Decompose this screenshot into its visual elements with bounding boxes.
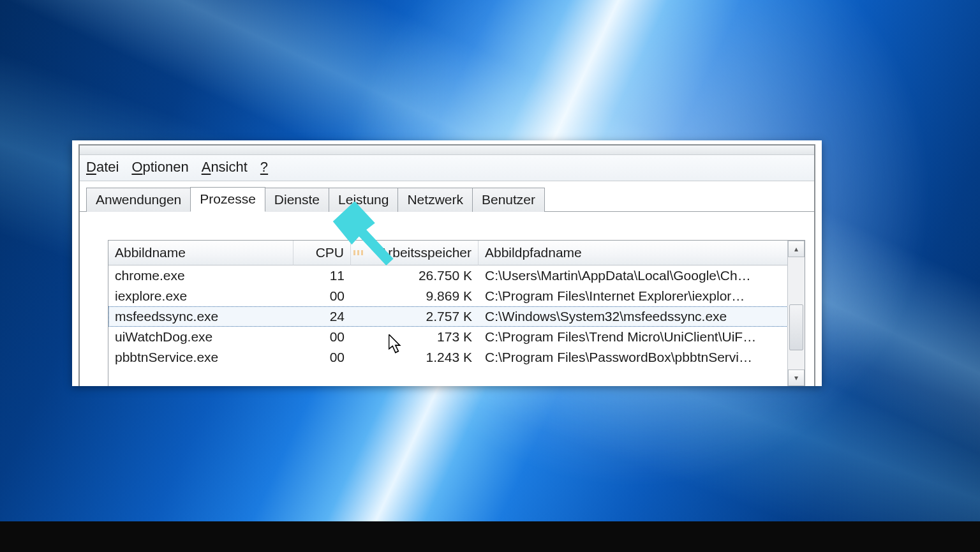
- cell-image-name: iexplore.exe: [108, 286, 293, 306]
- cell-image-path: C:\Users\Martin\AppData\Local\Google\Ch…: [479, 265, 805, 286]
- cell-cpu: 00: [293, 327, 351, 347]
- menubar: Datei Optionen Ansicht ?: [80, 155, 814, 181]
- table-row[interactable]: chrome.exe1126.750 KC:\Users\Martin\AppD…: [108, 265, 805, 286]
- cell-image-name: pbbtnService.exe: [108, 347, 293, 368]
- cell-image-name: uiWatchDog.exe: [108, 327, 293, 347]
- cell-image-path: C:\Program Files\Trend Micro\UniClient\U…: [479, 327, 805, 347]
- table-row[interactable]: iexplore.exe009.869 KC:\Program Files\In…: [108, 286, 805, 306]
- col-image-name[interactable]: Abbildname: [108, 241, 293, 265]
- titlebar[interactable]: [80, 145, 814, 155]
- cell-memory: 26.750 K: [351, 265, 479, 286]
- menu-options[interactable]: Optionen: [131, 159, 188, 175]
- scroll-down-button[interactable]: ▾: [788, 369, 805, 386]
- scroll-up-button[interactable]: ▴: [788, 241, 805, 257]
- cell-cpu: 24: [293, 306, 351, 327]
- vertical-scrollbar[interactable]: ▴ ▾: [787, 241, 805, 386]
- table-row[interactable]: msfeedssync.exe242.757 KC:\Windows\Syste…: [108, 306, 805, 327]
- cell-memory: 9.869 K: [351, 286, 479, 306]
- menu-help[interactable]: ?: [260, 159, 268, 175]
- table-row[interactable]: uiWatchDog.exe00173 KC:\Program Files\Tr…: [108, 327, 805, 347]
- tab-applications[interactable]: Anwendungen: [86, 188, 191, 212]
- menu-file[interactable]: Datei: [86, 159, 119, 175]
- cell-image-name: chrome.exe: [108, 265, 293, 286]
- tab-users[interactable]: Benutzer: [472, 188, 545, 212]
- process-rows: chrome.exe1126.750 KC:\Users\Martin\AppD…: [108, 265, 805, 368]
- cell-cpu: 11: [293, 265, 351, 286]
- taskbar[interactable]: [0, 521, 980, 552]
- cell-cpu: 00: [293, 347, 351, 368]
- tab-network[interactable]: Netzwerk: [397, 188, 473, 212]
- cell-memory: 173 K: [351, 327, 479, 347]
- cell-image-path: C:\Windows\System32\msfeedssync.exe: [479, 306, 805, 327]
- cell-image-path: C:\Program Files\Internet Explorer\iexpl…: [479, 286, 805, 306]
- tab-processes[interactable]: Prozesse: [190, 187, 265, 212]
- tabstrip: Anwendungen Prozesse Dienste Leistung Ne…: [80, 181, 814, 212]
- scroll-thumb[interactable]: [789, 304, 803, 350]
- taskmanager-window: Datei Optionen Ansicht ? Anwendungen Pro…: [72, 140, 822, 386]
- tab-performance[interactable]: Leistung: [329, 188, 398, 212]
- cell-image-name: msfeedssync.exe: [108, 306, 293, 327]
- column-headers: Abbildname CPU Arbeitsspeicher Abbildpfa…: [108, 241, 805, 265]
- col-memory[interactable]: Arbeitsspeicher: [351, 241, 479, 265]
- cell-cpu: 00: [293, 286, 351, 306]
- table-row[interactable]: pbbtnService.exe001.243 KC:\Program File…: [108, 347, 805, 368]
- process-list: Abbildname CPU Arbeitsspeicher Abbildpfa…: [108, 240, 805, 386]
- cell-memory: 2.757 K: [351, 306, 479, 327]
- tab-services[interactable]: Dienste: [265, 188, 329, 212]
- col-cpu[interactable]: CPU: [293, 241, 351, 265]
- col-image-path[interactable]: Abbildpfadname: [479, 241, 805, 265]
- cell-image-path: C:\Program Files\PasswordBox\pbbtnServi…: [479, 347, 805, 368]
- menu-view[interactable]: Ansicht: [202, 159, 248, 175]
- window-frame: Datei Optionen Ansicht ? Anwendungen Pro…: [78, 144, 815, 386]
- cell-memory: 1.243 K: [351, 347, 479, 368]
